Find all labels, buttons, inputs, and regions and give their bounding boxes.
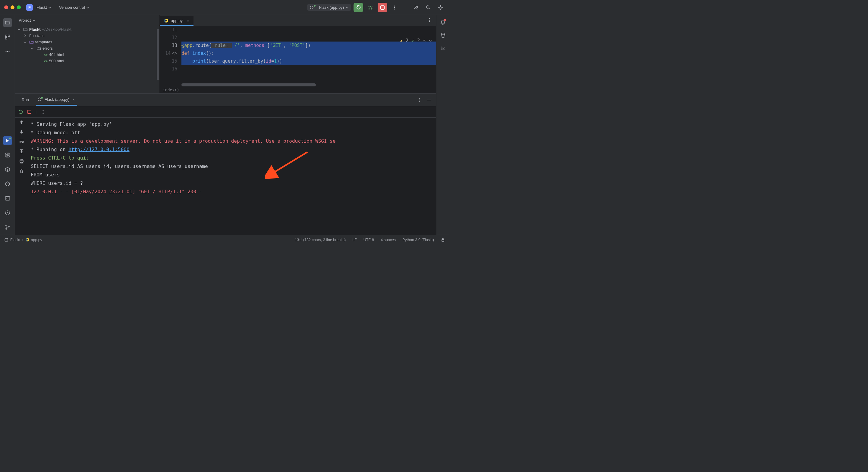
svg-point-6: [415, 6, 416, 7]
window-controls: [4, 5, 21, 9]
cursor-position[interactable]: 13:1 (132 chars, 3 line breaks): [295, 238, 346, 242]
kebab-icon[interactable]: [41, 109, 45, 114]
project-panel: Project Flaskt ~/Desktop/Flaskt static: [15, 15, 160, 93]
project-scrollbar[interactable]: [157, 29, 159, 80]
rerun-button[interactable]: [353, 3, 363, 12]
status-breadcrumb[interactable]: Flaskt › app.py: [4, 238, 42, 242]
structure-tool-button[interactable]: [3, 33, 12, 41]
tree-root[interactable]: Flaskt ~/Desktop/Flaskt: [18, 26, 157, 33]
stop-run-button[interactable]: [27, 110, 31, 114]
tree-item-templates[interactable]: templates: [18, 39, 157, 45]
console-line: SELECT users.id AS users_id, users.usern…: [31, 162, 433, 171]
code-with-me-button[interactable]: [411, 3, 421, 12]
tree-item-500[interactable]: <> 500.html: [18, 58, 157, 64]
tree-item-404[interactable]: <> 404.html: [18, 52, 157, 58]
chevron-down-icon: [48, 6, 51, 9]
console-line-request: 127.0.0.1 - - [01/May/2024 23:21:01] "GE…: [31, 188, 433, 196]
stop-icon: [380, 5, 384, 10]
editor-body[interactable]: ▲2 ✔2 11 12 13 14<> 15 16: [160, 26, 436, 87]
python-packages-button[interactable]: [3, 165, 12, 174]
search-button[interactable]: [424, 3, 433, 12]
stop-button[interactable]: [378, 3, 387, 12]
console-line: Press CTRL+C to quit: [31, 154, 433, 162]
terminal-button[interactable]: [3, 194, 12, 203]
svg-point-7: [427, 5, 429, 8]
notifications-button[interactable]: [440, 19, 446, 26]
titlebar: F Flaskt Version control Flask (app.py): [0, 0, 450, 15]
line-number: 13: [165, 41, 177, 49]
interpreter[interactable]: Python 3.9 (Flaskt): [402, 238, 434, 242]
tab-run[interactable]: Run: [21, 95, 30, 105]
scroll-down-icon[interactable]: [19, 129, 24, 134]
close-run-tab-button[interactable]: ×: [71, 97, 76, 102]
run-tabs: Run Flask (app.py) ×: [15, 94, 436, 106]
print-icon[interactable]: [19, 159, 24, 164]
console-line: * Running on http://127.0.0.1:5000: [31, 145, 433, 154]
indent[interactable]: 4 spaces: [381, 238, 396, 242]
search-icon: [426, 5, 431, 10]
console-line: * Debug mode: off: [31, 129, 433, 137]
run-config-selector[interactable]: Flask (app.py): [307, 4, 351, 11]
svg-point-3: [394, 5, 395, 6]
rerun-button[interactable]: [18, 109, 23, 114]
editor-tabs-menu[interactable]: [423, 15, 436, 26]
editor-tab-app[interactable]: app.py ×: [160, 16, 193, 26]
ellipsis-icon: [5, 49, 10, 54]
vcs-menu[interactable]: Version control: [57, 4, 91, 11]
settings-button[interactable]: [435, 3, 445, 12]
editor-h-scrollbar[interactable]: [181, 83, 334, 87]
maximize-window-icon[interactable]: [17, 5, 21, 9]
tree-item-static[interactable]: static: [18, 33, 157, 39]
run-tab-label: Flask (app.py): [44, 97, 69, 102]
editor-gutter: 11 12 13 14<> 15 16: [160, 26, 181, 87]
editor-breadcrumb[interactable]: index(): [160, 87, 436, 93]
console-output[interactable]: * Serving Flask app 'app.py' * Debug mod…: [28, 118, 436, 235]
endpoints-button[interactable]: [440, 45, 446, 52]
project-tool-button[interactable]: [3, 18, 12, 27]
debug-button[interactable]: [366, 3, 375, 12]
svg-point-14: [8, 51, 9, 52]
terminal-icon: [5, 196, 10, 201]
python-console-button[interactable]: [3, 150, 12, 160]
project-panel-header[interactable]: Project: [15, 15, 159, 26]
vcs-tool-button[interactable]: [3, 223, 12, 232]
encoding[interactable]: UTF-8: [364, 238, 374, 242]
soft-wrap-icon[interactable]: [19, 139, 24, 144]
running-dot-icon: [41, 97, 43, 99]
svg-point-23: [38, 98, 41, 101]
trash-icon[interactable]: [19, 169, 24, 174]
folder-icon: [5, 20, 10, 25]
database-button[interactable]: [440, 33, 446, 39]
project-menu[interactable]: Flaskt: [35, 4, 53, 11]
services-button[interactable]: [3, 179, 12, 189]
tab-flask-app[interactable]: Flask (app.py) ×: [36, 94, 77, 106]
warning-circle-icon: [5, 210, 10, 215]
run-tool-button[interactable]: [3, 136, 12, 145]
minimize-panel-icon[interactable]: [427, 98, 431, 102]
chevron-down-icon: [346, 6, 349, 9]
run-body: * Serving Flask app 'app.py' * Debug mod…: [15, 118, 436, 235]
more-tools-button[interactable]: [3, 47, 12, 56]
console-line: * Serving Flask app 'app.py': [31, 120, 433, 129]
lock-icon[interactable]: [441, 237, 445, 242]
editor-code[interactable]: @app.route( rule: '/', methods=['GET', '…: [181, 26, 436, 87]
close-window-icon[interactable]: [4, 5, 8, 9]
tree-item-errors[interactable]: errors: [18, 45, 157, 52]
bc-project: Flaskt: [10, 238, 20, 242]
more-actions-button[interactable]: [390, 3, 399, 12]
close-tab-button[interactable]: ×: [185, 19, 191, 23]
svg-rect-10: [8, 35, 9, 36]
scroll-up-icon[interactable]: [19, 120, 24, 125]
layers-icon: [5, 167, 10, 172]
chevron-down-icon: [24, 41, 27, 44]
scroll-to-end-icon[interactable]: [19, 149, 24, 154]
code-fold-icon[interactable]: <>: [170, 50, 177, 56]
line-ending[interactable]: LF: [352, 238, 357, 242]
kebab-icon[interactable]: [417, 98, 422, 102]
project-tree[interactable]: Flaskt ~/Desktop/Flaskt static templates: [15, 26, 159, 65]
folder-icon: [29, 33, 34, 38]
server-url-link[interactable]: http://127.0.0.1:5000: [68, 146, 129, 152]
problems-button[interactable]: [3, 208, 12, 217]
status-bar: Flaskt › app.py 13:1 (132 chars, 3 line …: [0, 235, 450, 244]
minimize-window-icon[interactable]: [10, 5, 14, 9]
